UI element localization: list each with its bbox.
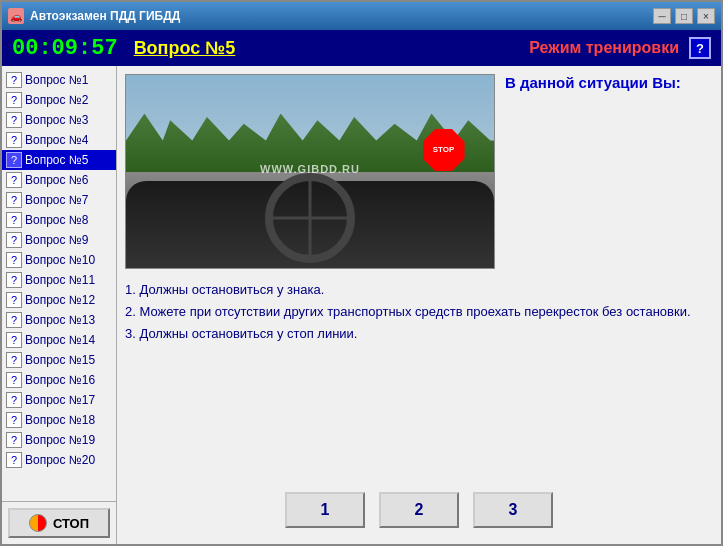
question-icon: ? bbox=[6, 412, 22, 428]
top-bar: 00:09:57 Вопрос №5 Режим тренировки ? bbox=[2, 30, 721, 66]
answer-item-3: 3. Должны остановиться у стоп линии. bbox=[125, 323, 713, 345]
question-text-box: В данной ситуации Вы: bbox=[505, 74, 713, 269]
app-icon: 🚗 bbox=[8, 8, 24, 24]
sidebar-item-label: Вопрос №2 bbox=[25, 93, 88, 107]
sidebar-item-q5[interactable]: ?Вопрос №5 bbox=[2, 150, 116, 170]
question-list: ?Вопрос №1?Вопрос №2?Вопрос №3?Вопрос №4… bbox=[2, 66, 116, 501]
question-image: STOP WWW.GIBDD.RU bbox=[125, 74, 495, 269]
sidebar-item-label: Вопрос №9 bbox=[25, 233, 88, 247]
maximize-button[interactable]: □ bbox=[675, 8, 693, 24]
sidebar-item-label: Вопрос №16 bbox=[25, 373, 95, 387]
question-icon: ? bbox=[6, 452, 22, 468]
sidebar-item-label: Вопрос №19 bbox=[25, 433, 95, 447]
question-icon: ? bbox=[6, 352, 22, 368]
question-icon: ? bbox=[6, 172, 22, 188]
sidebar-item-q11[interactable]: ?Вопрос №11 bbox=[2, 270, 116, 290]
question-icon: ? bbox=[6, 372, 22, 388]
answer-buttons: 123 bbox=[125, 484, 713, 536]
main-content: ?Вопрос №1?Вопрос №2?Вопрос №3?Вопрос №4… bbox=[2, 66, 721, 544]
question-icon: ? bbox=[6, 72, 22, 88]
question-icon: ? bbox=[6, 312, 22, 328]
sidebar-item-label: Вопрос №17 bbox=[25, 393, 95, 407]
answer-button-1[interactable]: 1 bbox=[285, 492, 365, 528]
question-icon: ? bbox=[6, 92, 22, 108]
stop-button[interactable]: СТОП bbox=[8, 508, 110, 538]
answers-section: 1. Должны остановиться у знака.2. Можете… bbox=[125, 279, 713, 345]
sidebar-item-q14[interactable]: ?Вопрос №14 bbox=[2, 330, 116, 350]
sidebar-item-q16[interactable]: ?Вопрос №16 bbox=[2, 370, 116, 390]
sidebar-item-q4[interactable]: ?Вопрос №4 bbox=[2, 130, 116, 150]
question-icon: ? bbox=[6, 392, 22, 408]
sidebar-item-q9[interactable]: ?Вопрос №9 bbox=[2, 230, 116, 250]
sidebar-item-label: Вопрос №3 bbox=[25, 113, 88, 127]
question-icon: ? bbox=[6, 272, 22, 288]
stop-sign-text: STOP bbox=[433, 146, 455, 155]
question-icon: ? bbox=[6, 232, 22, 248]
sidebar-item-q6[interactable]: ?Вопрос №6 bbox=[2, 170, 116, 190]
answer-item-2: 2. Можете при отсутствии других транспор… bbox=[125, 301, 713, 323]
content-area: STOP WWW.GIBDD.RU В данной ситуации Вы: bbox=[117, 66, 721, 544]
question-icon: ? bbox=[6, 152, 22, 168]
question-icon: ? bbox=[6, 132, 22, 148]
question-title: Вопрос №5 bbox=[134, 38, 530, 59]
question-icon: ? bbox=[6, 432, 22, 448]
sidebar-item-label: Вопрос №1 bbox=[25, 73, 88, 87]
title-bar: 🚗 Автоэкзамен ПДД ГИБДД ─ □ × bbox=[2, 2, 721, 30]
sidebar-item-q20[interactable]: ?Вопрос №20 bbox=[2, 450, 116, 470]
question-icon: ? bbox=[6, 332, 22, 348]
question-icon: ? bbox=[6, 112, 22, 128]
sidebar-item-q17[interactable]: ?Вопрос №17 bbox=[2, 390, 116, 410]
mode-label: Режим тренировки bbox=[529, 39, 679, 57]
question-icon: ? bbox=[6, 192, 22, 208]
sidebar-item-label: Вопрос №14 bbox=[25, 333, 95, 347]
steering-wheel bbox=[265, 173, 355, 263]
sidebar-item-label: Вопрос №7 bbox=[25, 193, 88, 207]
sidebar-item-q7[interactable]: ?Вопрос №7 bbox=[2, 190, 116, 210]
minimize-button[interactable]: ─ bbox=[653, 8, 671, 24]
sidebar-item-label: Вопрос №15 bbox=[25, 353, 95, 367]
content-top: STOP WWW.GIBDD.RU В данной ситуации Вы: bbox=[125, 74, 713, 269]
answer-item-1: 1. Должны остановиться у знака. bbox=[125, 279, 713, 301]
sidebar-item-q15[interactable]: ?Вопрос №15 bbox=[2, 350, 116, 370]
sidebar-item-label: Вопрос №8 bbox=[25, 213, 88, 227]
close-button[interactable]: × bbox=[697, 8, 715, 24]
sidebar-item-label: Вопрос №18 bbox=[25, 413, 95, 427]
sidebar-item-label: Вопрос №6 bbox=[25, 173, 88, 187]
sidebar-item-label: Вопрос №10 bbox=[25, 253, 95, 267]
sidebar-bottom: СТОП bbox=[2, 501, 116, 544]
answer-button-2[interactable]: 2 bbox=[379, 492, 459, 528]
road-scene: STOP WWW.GIBDD.RU bbox=[126, 75, 494, 268]
sidebar-item-label: Вопрос №20 bbox=[25, 453, 95, 467]
sidebar-item-q10[interactable]: ?Вопрос №10 bbox=[2, 250, 116, 270]
sidebar-item-label: Вопрос №5 bbox=[25, 153, 88, 167]
stop-icon bbox=[29, 514, 47, 532]
sidebar-item-q13[interactable]: ?Вопрос №13 bbox=[2, 310, 116, 330]
sidebar-item-label: Вопрос №11 bbox=[25, 273, 95, 287]
sidebar-item-label: Вопрос №12 bbox=[25, 293, 95, 307]
question-icon: ? bbox=[6, 252, 22, 268]
app-title: Автоэкзамен ПДД ГИБДД bbox=[30, 9, 653, 23]
sidebar-item-label: Вопрос №4 bbox=[25, 133, 88, 147]
question-text-title: В данной ситуации Вы: bbox=[505, 74, 713, 91]
sidebar-item-q3[interactable]: ?Вопрос №3 bbox=[2, 110, 116, 130]
stop-label: СТОП bbox=[53, 516, 89, 531]
sidebar-item-q18[interactable]: ?Вопрос №18 bbox=[2, 410, 116, 430]
sidebar-item-q1[interactable]: ?Вопрос №1 bbox=[2, 70, 116, 90]
dashboard bbox=[126, 181, 494, 268]
main-window: 🚗 Автоэкзамен ПДД ГИБДД ─ □ × 00:09:57 В… bbox=[0, 0, 723, 546]
window-controls: ─ □ × bbox=[653, 8, 715, 24]
answer-button-3[interactable]: 3 bbox=[473, 492, 553, 528]
question-icon: ? bbox=[6, 292, 22, 308]
sidebar-item-q12[interactable]: ?Вопрос №12 bbox=[2, 290, 116, 310]
sidebar-item-q19[interactable]: ?Вопрос №19 bbox=[2, 430, 116, 450]
question-icon: ? bbox=[6, 212, 22, 228]
help-button[interactable]: ? bbox=[689, 37, 711, 59]
sidebar-item-label: Вопрос №13 bbox=[25, 313, 95, 327]
sidebar-item-q2[interactable]: ?Вопрос №2 bbox=[2, 90, 116, 110]
sidebar: ?Вопрос №1?Вопрос №2?Вопрос №3?Вопрос №4… bbox=[2, 66, 117, 544]
timer-display: 00:09:57 bbox=[12, 36, 118, 61]
sidebar-item-q8[interactable]: ?Вопрос №8 bbox=[2, 210, 116, 230]
